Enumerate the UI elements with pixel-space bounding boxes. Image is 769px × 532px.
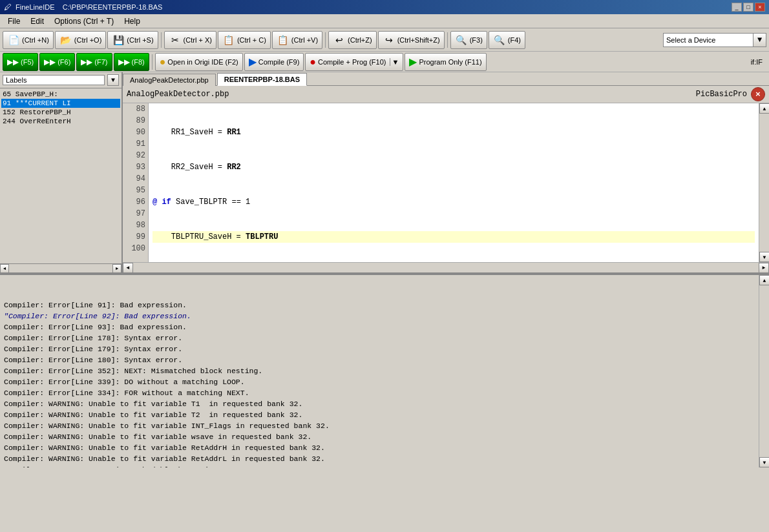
code-body: 88 89 90 91 92 93 94 95 96 97 98 99 100 … [123, 103, 769, 262]
output-line: Compiler: Error[Line 180]: Syntax error. [4, 354, 755, 365]
left-hscroll: ◄ ► [0, 263, 121, 272]
output-line: Compiler: ERROR: UNTIL: Mismatched block… [4, 464, 755, 467]
tb2-f6-button[interactable]: ▶▶ (F6) [39, 53, 75, 71]
tab-analogpeak[interactable]: AnalogPeakDetector.pbp [123, 74, 216, 86]
output-line: Compiler: WARNING: Unable to fit variabl… [4, 453, 755, 464]
menu-bar: File Edit Options (Ctrl + T) Help [0, 14, 769, 28]
left-scroll-track [9, 264, 112, 272]
redo-button[interactable]: ↪ (Ctrl+Shift+Z) [378, 31, 445, 49]
labels-header: Labels ▼ [0, 72, 121, 88]
labels-combo[interactable]: Labels [3, 75, 105, 85]
device-dropdown-button[interactable]: ▼ [753, 33, 766, 47]
right-scrollbar: ▲ ▼ [759, 103, 769, 262]
output-line: Compiler: WARNING: Unable to fit variabl… [4, 398, 755, 409]
toolbar1: 📄 (Ctrl +N) 📂 (Ctrl +O) 💾 (Ctrl +S) ✂ (C… [0, 28, 769, 52]
code-header-bar: AnalogPeakDetector.pbp PicBasicPro × [123, 86, 769, 103]
list-item[interactable]: 152 RestorePBP_H [1, 108, 120, 117]
left-scroll-right[interactable]: ► [112, 264, 121, 273]
program-only-icon: ▶ [409, 56, 417, 68]
separator3 [447, 32, 448, 48]
find-icon: 🔍 [455, 34, 468, 46]
output-scroll-up[interactable]: ▲ [759, 275, 769, 285]
output-panel: Compiler: Error[Line 91]: Bad expression… [0, 274, 769, 467]
output-line: Compiler: Error[Line 91]: Bad expression… [4, 300, 755, 311]
tab-reenterpbp[interactable]: REENTERPBP-18.BAS [217, 73, 307, 86]
copy-button[interactable]: 📋 (Ctrl + C) [218, 31, 271, 49]
output-content[interactable]: Compiler: Error[Line 91]: Bad expression… [0, 275, 759, 467]
open-button[interactable]: 📂 (Ctrl +O) [55, 31, 106, 49]
tb2-f7-button[interactable]: ▶▶ (F7) [76, 53, 112, 71]
output-line: Compiler: Error[Line 334]: FOR without a… [4, 387, 755, 398]
menu-options[interactable]: Options (Ctrl + T) [49, 14, 119, 28]
tb2-f8-button[interactable]: ▶▶ (F8) [114, 53, 149, 71]
output-scroll-down[interactable]: ▼ [759, 457, 769, 467]
new-button[interactable]: 📄 (Ctrl +N) [3, 31, 54, 49]
redo-icon: ↪ [383, 34, 395, 46]
labels-list[interactable]: 65 SavePBP_H: 91 ***CURRENT LI 152 Resto… [0, 88, 121, 263]
labels-dropdown-button[interactable]: ▼ [107, 74, 119, 86]
find-next-button[interactable]: 🔍 (F4) [489, 31, 525, 49]
scroll-down-button[interactable]: ▼ [759, 252, 769, 262]
output-line: Compiler: WARNING: Unable to fit variabl… [4, 420, 755, 431]
separator2 [325, 32, 326, 48]
separator [161, 32, 162, 48]
list-item[interactable]: 244 OverReEnterH [1, 117, 120, 126]
minimize-button[interactable]: _ [732, 3, 742, 12]
output-line: Compiler: WARNING: Unable to fit variabl… [4, 409, 755, 420]
menu-help[interactable]: Help [119, 14, 145, 28]
copy-icon: 📋 [222, 34, 235, 46]
left-panel: Labels ▼ 65 SavePBP_H: 91 ***CURRENT LI … [0, 72, 123, 272]
find-next-icon: 🔍 [493, 34, 506, 46]
code-line-90: @ if Save_TBLPTR == 1 [153, 196, 755, 208]
menu-file[interactable]: File [3, 14, 25, 28]
open-orig-ide-button[interactable]: ● Open in Origi IDE (F2) [155, 53, 243, 71]
app-title: FineLineIDE C:\PBP\REENTERPBP-18.BAS [16, 3, 732, 11]
undo-button[interactable]: ↩ (Ctrl+Z) [328, 31, 377, 49]
output-scrollbar[interactable]: ▲ ▼ [759, 275, 769, 467]
find-button[interactable]: 🔍 (F3) [450, 31, 487, 49]
hscroll-left-button[interactable]: ◄ [123, 263, 133, 273]
line-numbers: 88 89 90 91 92 93 94 95 96 97 98 99 100 [123, 103, 149, 262]
left-scroll-left[interactable]: ◄ [0, 264, 9, 273]
code-line-91: TBLPTRU_SaveH = TBLPTRU [153, 231, 755, 243]
app-icon: 🖊 [4, 3, 12, 12]
list-item[interactable]: 91 ***CURRENT LI [1, 99, 120, 108]
output-line: Compiler: Error[Line 339]: DO without a … [4, 376, 755, 387]
code-hscroll: ◄ ► [123, 262, 769, 272]
output-line: Compiler: Error[Line 352]: NEXT: Mismatc… [4, 365, 755, 376]
compile-prog-button[interactable]: ● Compile + Prog (F10) ▼ [305, 53, 403, 71]
paste-button[interactable]: 📋 (Ctrl +V) [272, 31, 322, 49]
menu-edit[interactable]: Edit [25, 14, 49, 28]
code-line-89: RR2_SaveH = RR2 [153, 161, 755, 173]
main-content: Labels ▼ 65 SavePBP_H: 91 ***CURRENT LI … [0, 72, 769, 274]
compile-prog-icon: ● [310, 56, 316, 68]
list-item[interactable]: 65 SavePBP_H: [1, 90, 120, 99]
output-line: Compiler: Error[Line 93]: Bad expression… [4, 322, 755, 332]
window-controls: _ □ × [732, 3, 765, 12]
open-icon: 📂 [59, 34, 72, 46]
compile-button[interactable]: ▶ Compile (F9) [244, 53, 304, 71]
output-line: Compiler: Error[Line 179]: Syntax error. [4, 343, 755, 354]
cut-button[interactable]: ✂ (Ctrl + X) [164, 31, 216, 49]
scroll-up-button[interactable]: ▲ [759, 103, 769, 114]
hscroll-right-button[interactable]: ► [759, 263, 769, 273]
editor-panel: AnalogPeakDetector.pbp REENTERPBP-18.BAS… [123, 72, 769, 272]
maximize-button[interactable]: □ [743, 3, 753, 12]
open-orig-icon: ● [160, 56, 166, 68]
close-button[interactable]: × [755, 3, 765, 12]
program-only-button[interactable]: ▶ Program Only (F11) [405, 53, 486, 71]
save-button[interactable]: 💾 (Ctrl +S) [107, 31, 158, 49]
toolbar2: ▶▶ (F5) ▶▶ (F6) ▶▶ (F7) ▶▶ (F8) ● Open i… [0, 52, 769, 72]
close-editor-button[interactable]: × [751, 87, 765, 101]
tb2-f8-icon: ▶▶ [118, 57, 130, 66]
device-combo-field[interactable]: Select a Device [663, 33, 753, 47]
tb2-f5-button[interactable]: ▶▶ (F5) [3, 53, 38, 71]
code-content[interactable]: RR1_SaveH = RR1 RR2_SaveH = RR2 @ if Sav… [149, 103, 759, 262]
app-name: FineLineIDE [16, 3, 55, 11]
scroll-track[interactable] [759, 114, 769, 252]
if-indicator: if:IF [747, 57, 766, 66]
compile-prog-dropdown[interactable]: ▼ [390, 58, 399, 66]
tb2-f6-icon: ▶▶ [44, 57, 56, 66]
title-bar: 🖊 FineLineIDE C:\PBP\REENTERPBP-18.BAS _… [0, 0, 769, 14]
undo-icon: ↩ [333, 34, 346, 46]
